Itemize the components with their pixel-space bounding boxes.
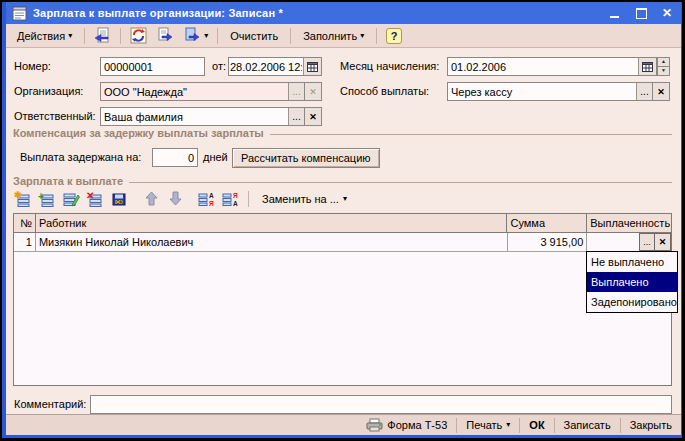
spin-up-button[interactable]: ▲ [657, 57, 670, 67]
delay-days-input[interactable] [153, 149, 197, 166]
responsible-field: ... [100, 107, 305, 126]
organization-label: Организация: [14, 82, 83, 101]
col-header-num[interactable]: № [14, 214, 36, 232]
calculate-compensation-button[interactable]: Рассчитать компенсацию [232, 148, 380, 168]
svg-text:+: + [38, 191, 44, 202]
sort-desc-button[interactable]: Я А [221, 189, 241, 208]
delete-row-button[interactable]: ✕ [85, 189, 105, 208]
move-up-icon [145, 191, 158, 206]
ok-button[interactable]: ОК [520, 418, 553, 432]
spin-down-button[interactable]: ▼ [657, 67, 670, 76]
chevron-down-icon: ▾ [360, 32, 364, 40]
grid-toolbar: ✱ + ✕ [13, 189, 353, 208]
edit-row-button[interactable] [61, 189, 81, 208]
delay-field [152, 148, 198, 167]
comment-input[interactable] [91, 396, 671, 413]
col-header-amount[interactable]: Сумма [507, 214, 587, 232]
month-field [447, 57, 657, 76]
save-button[interactable]: Записать [555, 418, 620, 432]
responsible-label: Ответственный: [14, 107, 96, 126]
organization-input[interactable] [101, 83, 288, 100]
svg-text:OK: OK [116, 199, 124, 204]
create-based-on-button[interactable] [153, 24, 178, 47]
table-row[interactable]: 1 Мизякин Николай Николаевич 3 915,00 ..… [14, 233, 671, 252]
row-num-cell[interactable]: 1 [14, 233, 36, 251]
paid-status-clear-button[interactable]: ✕ [655, 233, 671, 251]
sort-asc-icon: А Я [198, 191, 216, 207]
maximize-button[interactable] [635, 7, 647, 19]
month-spinner: ▲ ▼ [657, 57, 670, 76]
create-based-on-icon [157, 27, 174, 44]
col-header-paid[interactable]: Выплаченность... [587, 214, 671, 232]
edit-row-icon [62, 191, 80, 207]
number-field [100, 57, 205, 76]
date-input[interactable] [229, 58, 303, 75]
finish-edit-button[interactable]: OK [109, 189, 129, 208]
copy-row-icon: + [38, 191, 56, 207]
row-amount-cell[interactable]: 3 915,00 [508, 233, 588, 251]
calendar-icon [307, 62, 318, 72]
payment-method-clear-button[interactable]: ✕ [653, 82, 670, 101]
window-title: Зарплата к выплате организации: Записан … [33, 7, 609, 19]
titlebar: Зарплата к выплате организации: Записан … [6, 2, 681, 24]
help-button[interactable]: ? [382, 25, 406, 47]
footer-button-bar: Форма Т-53 Печать ▾ ОК Записать Закрыть [6, 414, 681, 435]
responsible-select-button[interactable]: ... [288, 108, 304, 125]
table-header-row: № Работник Сумма Выплаченность... [14, 214, 671, 233]
month-label: Месяц начисления: [340, 57, 439, 76]
fill-menu-button[interactable]: Заполнить ▾ [296, 27, 371, 45]
date-field [228, 57, 322, 76]
responsible-clear-button[interactable]: ✕ [305, 107, 322, 126]
replace-with-button[interactable]: Заменить на ... ▾ [256, 191, 353, 207]
add-row-button[interactable]: ✱ [13, 189, 33, 208]
print-menu-button[interactable]: Печать ▾ [457, 418, 519, 432]
date-calendar-button[interactable] [303, 58, 321, 75]
paid-status-value[interactable] [587, 233, 639, 251]
copy-row-button[interactable]: + [37, 189, 57, 208]
responsible-input[interactable] [101, 108, 288, 125]
move-down-icon [169, 191, 182, 206]
chevron-down-icon: ▾ [506, 421, 510, 429]
row-paid-cell[interactable]: ... ✕ [587, 233, 671, 251]
number-input[interactable] [101, 58, 204, 75]
create-based-on-menu-button[interactable]: ▾ [180, 24, 212, 47]
calendar-icon [642, 62, 653, 72]
payment-method-input[interactable] [448, 83, 636, 100]
svg-text:✱: ✱ [14, 191, 22, 200]
move-up-button[interactable] [141, 189, 161, 208]
row-employee-cell[interactable]: Мизякин Николай Николаевич [36, 233, 508, 251]
svg-text:Я: Я [233, 192, 238, 199]
minimize-button[interactable] [609, 7, 621, 19]
clear-button[interactable]: Очистить [223, 27, 285, 45]
dropdown-option-deposited[interactable]: Задепонировано [587, 292, 677, 312]
payment-method-select-button[interactable]: ... [636, 83, 652, 100]
organization-clear-button[interactable]: ✕ [305, 82, 322, 101]
month-calendar-button[interactable] [638, 58, 656, 75]
help-icon: ? [386, 28, 402, 44]
move-down-button[interactable] [165, 189, 185, 208]
organization-select-button[interactable]: ... [288, 83, 304, 100]
month-input[interactable] [448, 58, 638, 75]
chevron-down-icon: ▾ [343, 195, 347, 203]
mdi-frame: Зарплата к выплате организации: Записан … [2, 2, 682, 438]
finish-edit-icon: OK [110, 191, 128, 207]
organization-field: ... [100, 82, 305, 101]
post-document-button[interactable] [126, 24, 151, 47]
form-body: Номер: от: Месяц начисления: ▲ ▼ Организ… [6, 48, 681, 435]
comment-label: Комментарий: [14, 395, 86, 414]
reread-icon [94, 27, 111, 44]
actions-menu-button[interactable]: Действия ▾ [10, 27, 79, 45]
salary-table: № Работник Сумма Выплаченность... 1 Мизя… [13, 213, 672, 386]
close-button[interactable]: ✕ [661, 7, 673, 19]
form-t53-button[interactable]: Форма Т-53 [357, 417, 456, 433]
add-row-icon: ✱ [14, 191, 32, 207]
reread-button[interactable] [90, 24, 115, 47]
paid-status-dropdown: Не выплачено Выплачено Задепонировано [586, 251, 678, 313]
sort-asc-button[interactable]: А Я [197, 189, 217, 208]
dropdown-option-paid[interactable]: Выплачено [587, 272, 677, 292]
close-form-button[interactable]: Закрыть [621, 418, 675, 432]
dropdown-option-not-paid[interactable]: Не выплачено [587, 252, 677, 272]
col-header-employee[interactable]: Работник [36, 214, 508, 232]
main-toolbar: Действия ▾ [6, 24, 681, 48]
paid-status-select-button[interactable]: ... [639, 233, 655, 251]
